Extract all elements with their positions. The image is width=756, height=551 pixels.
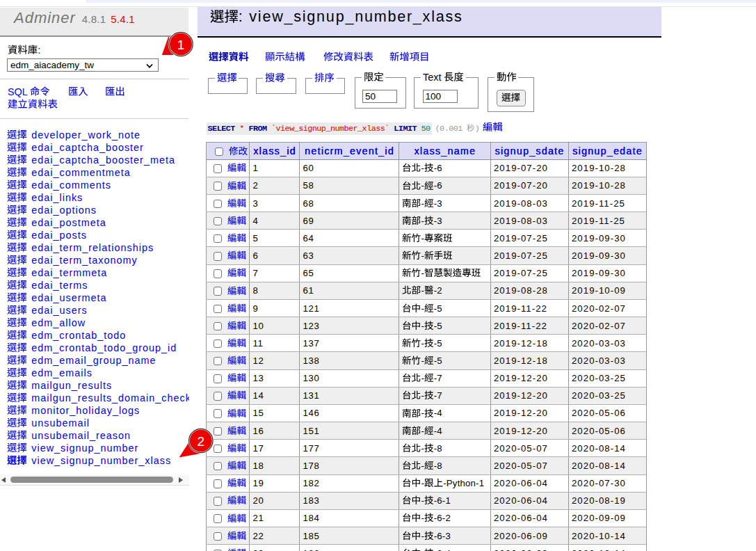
svg-text:1: 1 bbox=[177, 38, 185, 52]
svg-text:2: 2 bbox=[198, 434, 205, 449]
